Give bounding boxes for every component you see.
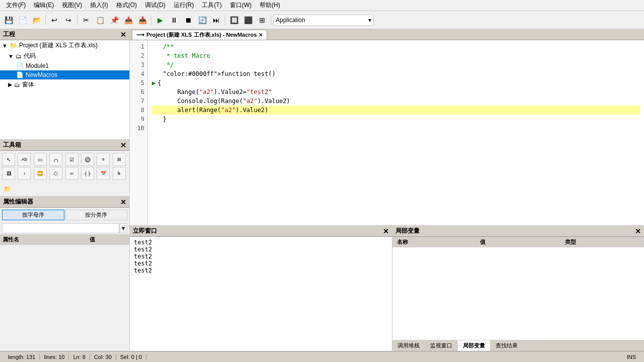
menu-view[interactable]: 视图(V) — [58, 0, 86, 11]
toolbar-save[interactable]: 💾 — [2, 14, 15, 27]
prop-sort-alpha[interactable]: 按字母序 — [2, 210, 64, 220]
tool-frame[interactable]: ┌┐ — [49, 153, 62, 166]
immediate-close[interactable]: ✕ — [383, 227, 389, 235]
immediate-content[interactable]: test2test2test2test2test2 — [130, 237, 392, 351]
menu-run[interactable]: 运行(R) — [170, 0, 198, 11]
code-tab-newmacros[interactable]: ⟶ Project (新建 XLS 工作表.xls) - NewMacros ✕ — [132, 30, 267, 40]
tab-close-icon[interactable]: ✕ — [259, 32, 263, 38]
tool-extra[interactable]: 🖱 — [113, 167, 126, 180]
project-panel-close[interactable]: ✕ — [120, 31, 126, 39]
prop-close[interactable]: ✕ — [120, 198, 126, 206]
code-line[interactable]: Console.log(Range("a2").Value2) — [152, 97, 640, 106]
code-line[interactable]: } — [152, 115, 640, 124]
toolbar-cut[interactable]: ✂ — [79, 14, 93, 27]
prop-table: 属性名 值 — [0, 234, 129, 351]
prop-filter-input[interactable] — [2, 223, 119, 233]
menu-format[interactable]: 格式(O) — [112, 0, 141, 11]
toolbar-step-over[interactable]: ⏭ — [210, 14, 223, 27]
toolbar-new[interactable]: 📄 — [16, 14, 29, 27]
bottom-tab-查找结果[interactable]: 查找结果 — [491, 340, 523, 351]
toolbox-close[interactable]: ✕ — [120, 141, 126, 149]
toolbar-open[interactable]: 📂 — [30, 14, 43, 27]
code-content[interactable]: /** * test Macro */ "color:#0000ff">func… — [148, 40, 644, 225]
tree-newmacros-label: NewMacros — [26, 71, 57, 78]
tool-spinbutton[interactable]: ⏩ — [34, 167, 47, 180]
toolbar-import[interactable]: 📥 — [136, 14, 149, 27]
line-gutter — [152, 115, 163, 124]
immediate-line: test2 — [134, 267, 388, 274]
prop-header-label: 属性编辑器 — [3, 198, 33, 206]
tree-item-newmacros[interactable]: 📄 NewMacros — [0, 70, 129, 79]
toolbar-btn-extra1[interactable]: 🔲 — [227, 14, 240, 27]
code-line[interactable]: "color:#0000ff">function test() — [152, 69, 640, 78]
prop-sort-category[interactable]: 按分类序 — [65, 210, 128, 220]
tool-button[interactable]: ┤├ — [81, 167, 94, 180]
prop-filter-dropdown[interactable]: ▾ — [119, 223, 127, 233]
code-line[interactable] — [152, 124, 640, 133]
tool-listbox[interactable]: ≡ — [97, 153, 110, 166]
toolbar-btn-extra2[interactable]: ⬛ — [242, 14, 255, 27]
tool-select[interactable]: ↖ — [2, 153, 15, 166]
code-line[interactable]: alert(Range("a2").Value2) — [152, 106, 640, 115]
menu-help[interactable]: 帮助(H) — [256, 0, 284, 11]
bottom-tabs: 调用堆栈监视窗口局部变量查找结果 — [392, 340, 644, 351]
menu-insert[interactable]: 插入(I) — [86, 0, 112, 11]
project-tree: ▼ 📁 Project (新建 XLS 工作表.xls) ▼ 🗂 代码 📄 Mo… — [0, 40, 129, 140]
toolbar-copy[interactable]: 📋 — [94, 14, 107, 27]
tool-multipage[interactable]: ═ — [65, 167, 78, 180]
immediate-line: test2 — [134, 239, 388, 246]
toolbar-undo[interactable]: ↩ — [48, 14, 61, 27]
bottom-tab-调用堆栈[interactable]: 调用堆栈 — [392, 340, 425, 351]
toolbar-btn-extra3[interactable]: ⊞ — [256, 14, 269, 27]
tool-tabstrip[interactable]: ⬡ — [49, 167, 62, 180]
prop-col-name: 属性名 — [1, 235, 88, 245]
tool-combobox[interactable]: ⊞ — [113, 153, 126, 166]
tool-image[interactable]: 🖼 — [2, 167, 15, 180]
line-number: 5 — [133, 78, 144, 87]
code-line[interactable]: * test Macro — [152, 51, 640, 60]
tool-radio[interactable]: 🔘 — [81, 153, 94, 166]
menu-file[interactable]: 文件(F) — [2, 0, 30, 11]
tree-item-code-folder[interactable]: ▼ 🗂 代码 — [0, 51, 129, 61]
toolbar-restart[interactable]: 🔄 — [196, 14, 209, 27]
tool-calendar[interactable]: 📅 — [97, 167, 110, 180]
tree-collapse-icon: ▼ — [2, 43, 8, 49]
locals-col-value: 值 — [475, 237, 561, 247]
menu-tools[interactable]: 工具(T) — [198, 0, 225, 11]
bottom-tab-局部变量[interactable]: 局部变量 — [458, 340, 491, 351]
tree-item-form-folder[interactable]: ▶ 🗂 窗体 — [0, 79, 129, 90]
status-ln: Ln: 8 — [69, 354, 90, 360]
menu-edit[interactable]: 编辑(E) — [30, 0, 58, 11]
locals-col-name: 名称 — [393, 237, 476, 247]
line-number: 2 — [133, 51, 144, 60]
code-and-bottom: 12345678910 /** * test Macro */ "color:#… — [130, 40, 644, 351]
locals-close[interactable]: ✕ — [635, 227, 641, 235]
toolbar-run[interactable]: ▶ — [153, 14, 167, 27]
code-line[interactable]: Range("a2").Value2="test2" — [152, 87, 640, 97]
tool-checkbox[interactable]: ☑ — [65, 153, 78, 166]
application-dropdown[interactable]: Application ▾ — [273, 15, 374, 26]
dropdown-arrow-icon: ▾ — [368, 17, 371, 24]
code-tab-bar: ⟶ Project (新建 XLS 工作表.xls) - NewMacros ✕ — [130, 29, 644, 40]
menu-window[interactable]: 窗口(W) — [226, 0, 256, 11]
code-line[interactable]: */ — [152, 60, 640, 69]
tree-item-module1[interactable]: 📄 Module1 — [0, 61, 129, 70]
toolbar-pause[interactable]: ⏸ — [168, 14, 181, 27]
toolbar-sep3 — [151, 15, 151, 25]
tool-scrollbar[interactable]: ↕ — [18, 167, 31, 180]
tool-label[interactable]: Ab — [18, 153, 31, 166]
locals-panel: 局部变量 ✕ 名称 值 类型 — [392, 226, 644, 351]
tool-textbox[interactable]: ▭ — [34, 153, 47, 166]
code-line[interactable]: ▶{ — [152, 78, 640, 87]
toolbar-stop[interactable]: ⏹ — [182, 14, 195, 27]
menu-debug[interactable]: 调试(D) — [141, 0, 170, 11]
code-line[interactable]: /** — [152, 42, 640, 51]
toolbar-redo[interactable]: ↪ — [62, 14, 75, 27]
tree-item-project[interactable]: ▼ 📁 Project (新建 XLS 工作表.xls) — [0, 40, 129, 51]
bottom-tab-监视窗口[interactable]: 监视窗口 — [425, 340, 458, 351]
toolbox-folder-btn[interactable]: 📁 — [2, 184, 12, 194]
toolbar-paste[interactable]: 📌 — [108, 14, 121, 27]
code-editor[interactable]: 12345678910 /** * test Macro */ "color:#… — [130, 40, 644, 225]
toolbar-export[interactable]: 📤 — [122, 14, 135, 27]
line-gutter — [152, 60, 163, 69]
